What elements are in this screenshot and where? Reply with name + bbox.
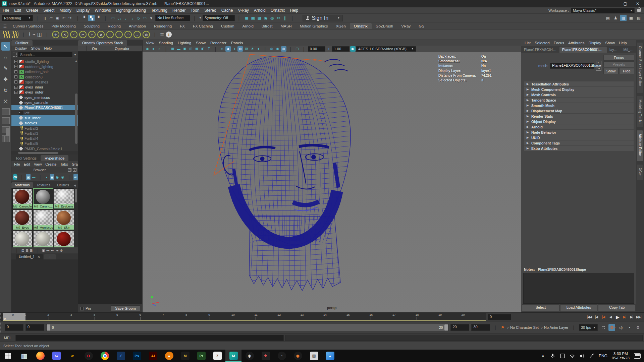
section-mesh-component-display[interactable]: ▶Mesh Component Display [524, 87, 634, 92]
material-swatch-unnamed-8[interactable] [33, 231, 53, 247]
select-camera-icon[interactable]: ◉ [145, 46, 150, 52]
ae-menu-focus[interactable]: Focus [554, 41, 564, 45]
character-set-selector[interactable]: ▽ No Character Set [507, 325, 539, 329]
material-swatch-mtl-meniscus[interactable]: Mtl_Meniscus [33, 209, 53, 230]
playback-end-field[interactable]: 20 [450, 324, 469, 331]
shelf-tab-xgen[interactable]: XGen [332, 23, 350, 29]
play-forwards-button[interactable]: ▶ [614, 314, 621, 320]
layout-preset-4-icon[interactable] [2, 135, 10, 142]
tab-tool-settings[interactable]: Tool Settings [11, 155, 41, 161]
ornatrix-operator-icon-2[interactable]: ✕ [61, 31, 68, 38]
ornatrix-operator-icon-8[interactable]: ⋮ [115, 31, 123, 38]
snap-to-plane-icon[interactable]: ◞ [129, 15, 135, 21]
ornatrix-operator-icon-1[interactable]: ✛ [52, 31, 59, 38]
scroll-tabs-left-icon[interactable]: ◀ [72, 183, 77, 188]
select-by-component-icon[interactable]: ▝ [95, 15, 101, 21]
hypershade-menu-tabs[interactable]: Tabs [60, 162, 68, 166]
shelf-hair-add-icon[interactable] [3, 31, 10, 38]
hypershade-menu-create[interactable]: Create [45, 162, 56, 166]
gate-mask-icon[interactable]: ◫ [188, 46, 194, 52]
taskbar-discord[interactable]: ω [48, 350, 64, 362]
minimize-button[interactable]: – [612, 1, 615, 6]
close-button[interactable]: ✕ [636, 1, 639, 6]
shelf-tab-rendering[interactable]: Rendering [150, 23, 176, 29]
material-grid-scrollbar[interactable] [75, 189, 77, 202]
exposure-icon[interactable]: ▢ [294, 46, 300, 52]
safe-title-icon[interactable]: T [206, 46, 212, 52]
auto-key-button[interactable] [608, 324, 615, 331]
menu-modify[interactable]: Modify [59, 8, 71, 13]
step-forward-frame-button[interactable]: ▶| [628, 314, 635, 320]
outliner-item-xgen-meshes[interactable]: +xgen_meshes [11, 79, 78, 84]
show-button[interactable]: Show [603, 68, 619, 74]
ornatrix-operator-icon-4[interactable]: ✂ [79, 31, 87, 38]
exposure-field[interactable]: 0.00 [308, 46, 325, 52]
animation-end-field[interactable]: 30 [471, 324, 490, 331]
textured-icon[interactable]: ◍ [237, 46, 243, 52]
snap-to-point-icon[interactable]: ◟ [122, 15, 129, 21]
workspace-selector[interactable]: Maya Classic* ▼ [571, 8, 635, 13]
load-attributes-button[interactable]: Load Attributes [560, 304, 598, 312]
save-scene-icon[interactable]: ▣ [54, 15, 61, 21]
ae-menu-selected[interactable]: Selected [535, 41, 550, 45]
shelf-tab-poly-modeling[interactable]: Poly Modeling [47, 23, 79, 29]
timeline-frame-10[interactable]: 10 [233, 313, 256, 321]
material-swatch-unnamed-9[interactable] [54, 231, 74, 247]
taskbar-substance-painter[interactable]: Pt [193, 350, 209, 362]
notification-center-icon[interactable] [634, 353, 641, 359]
launch-app-icon[interactable]: ✂ [275, 15, 282, 21]
timeline-frame-11[interactable]: 11 [256, 313, 279, 321]
scroll-up-icon[interactable]: ▲ [75, 59, 77, 62]
timeline-frame-9[interactable]: 9 [210, 313, 233, 321]
taskbar-chrome[interactable] [97, 350, 113, 362]
fps-selector[interactable]: 30 fps ▼ [579, 324, 598, 331]
timeline-frame-17[interactable]: 17 [394, 313, 417, 321]
current-frame-field[interactable]: 0 [488, 314, 511, 320]
anim-layer-selector[interactable]: ▽ No Anim Layer [541, 325, 568, 329]
render-settings-icon[interactable]: ▩ [256, 15, 263, 21]
camera-attributes-icon[interactable]: ◐ [157, 46, 162, 52]
range-start-handle[interactable] [47, 324, 50, 330]
graph-tool-icon-7[interactable]: ⊶ [46, 249, 50, 252]
snap-to-curve-icon[interactable]: ◡ [116, 15, 122, 21]
menu-render[interactable]: Render [172, 8, 185, 13]
sort-alphabetical-icon[interactable]: A↓ [73, 174, 78, 180]
ae-tab-mtl-tie[interactable]: Mtl_Tie [621, 47, 636, 53]
category-tab-utilities[interactable]: Utilities [54, 182, 72, 188]
wifi-icon[interactable] [570, 353, 575, 359]
shelf-tab-rigging[interactable]: Rigging [104, 23, 125, 29]
layout-preset-1-icon[interactable] [2, 108, 10, 115]
scale-tool-icon[interactable]: ⤧ [1, 97, 10, 106]
timeline-track[interactable]: 0 0 01234567891011121314151617181920 [3, 313, 486, 321]
taskbar-file-explorer[interactable]: ▰ [64, 350, 80, 362]
category-tab-textures[interactable]: Textures [33, 182, 54, 188]
shelf-list-icon[interactable]: ≣ [160, 32, 164, 38]
toggle-channel-box-icon[interactable]: ▧ [636, 15, 642, 21]
viewport-canvas[interactable]: Backfaces:OnSmoothness:N/AInstance:NoDis… [143, 52, 521, 312]
shelf-tab-custom[interactable]: Custom [217, 23, 238, 29]
outliner-item-suit-inner[interactable]: suit_inner [11, 115, 78, 120]
shelf-tab-fx[interactable]: FX [176, 23, 189, 29]
pin-checkbox[interactable] [80, 307, 84, 310]
anim-prefs-icon[interactable]: ⚙ [635, 324, 641, 331]
section-component-tags[interactable]: ▶Component Tags [524, 140, 634, 145]
section-render-stats[interactable]: ▶Render Stats [524, 114, 634, 119]
shelf-tab-gozbrush[interactable]: GoZBrush [372, 23, 397, 29]
menu-cache[interactable]: Cache [221, 8, 233, 13]
taskbar-maya-2022[interactable]: M [225, 350, 241, 362]
ae-menu-list[interactable]: List [525, 41, 531, 45]
copy-tab-button[interactable]: Copy Tab [598, 304, 636, 312]
menu-file[interactable]: File [3, 8, 9, 13]
animation-start-field[interactable]: 0 [5, 324, 23, 331]
snap-to-view-plane-icon[interactable]: ◇ [135, 15, 142, 21]
paint-effects-icon[interactable]: ◍ [269, 15, 275, 21]
next-node-icon[interactable]: ⇥ [596, 66, 601, 71]
isolate-select-icon[interactable]: ◎ [269, 46, 274, 52]
shelf-tab-mash[interactable]: MASH [276, 23, 296, 29]
graph-tool-icon-8[interactable]: ⊷ [51, 249, 54, 252]
section-mesh-controls[interactable]: ▶Mesh Controls [524, 92, 634, 97]
lock-camera-icon[interactable]: ● [151, 46, 156, 52]
side-tab-attribute-editor[interactable]: Attribute Editor [637, 130, 643, 161]
save-groom-button[interactable]: Save Groom [111, 305, 140, 311]
toggle-tool-settings-icon[interactable]: ▦ [628, 15, 634, 21]
